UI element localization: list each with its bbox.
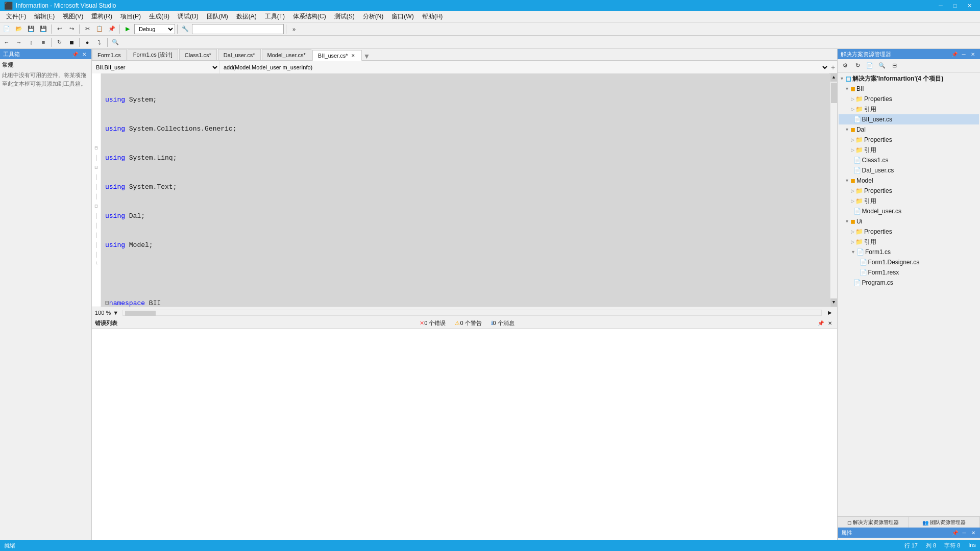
tree-item-ui-refs[interactable]: ▷ 📁 引用 [839, 237, 979, 247]
maximize-button[interactable]: □ [948, 1, 962, 10]
tree-item-dal-user-cs[interactable]: 📄 Dal_user.cs [839, 165, 979, 176]
menu-architecture[interactable]: 体系结构(C) [289, 11, 330, 22]
scroll-thumb[interactable] [831, 83, 837, 103]
error-tab-warnings[interactable]: ⚠ 0 个警告 [451, 319, 485, 328]
error-tab-errors[interactable]: ✕ 0 个错误 [416, 319, 449, 328]
breadcrumb-method-select[interactable]: add(Model.Model_user m_userInfo) [219, 61, 829, 73]
tree-item-ui-properties[interactable]: ▷ 📁 Properties [839, 227, 979, 237]
tab-class1[interactable]: Class1.cs* [179, 49, 217, 60]
editor-scrollbar[interactable]: ▲ ▼ [830, 73, 837, 307]
error-panel-pin-btn[interactable]: 📌 [817, 319, 825, 328]
sol-show-files-btn[interactable]: 📄 [864, 60, 875, 71]
toolbox-close-btn[interactable]: ✕ [80, 50, 88, 58]
tree-item-dal-refs[interactable]: ▷ 📁 引用 [839, 145, 979, 155]
sol-properties-btn[interactable]: ⚙ [840, 60, 851, 71]
close-button[interactable]: ✕ [963, 1, 976, 10]
tree-item-form1-designer[interactable]: 📄 Form1.Designer.cs [839, 257, 979, 267]
menu-team[interactable]: 团队(M) [203, 11, 232, 22]
tree-item-bii[interactable]: ▼ ◼ BII [839, 84, 979, 94]
tree-item-dal[interactable]: ▼ ◼ Dal [839, 124, 979, 135]
sol-tab-team-explorer[interactable]: 👥 团队资源管理器 [909, 517, 981, 528]
sol-close-btn[interactable]: ✕ [969, 50, 977, 58]
tab-bii-user[interactable]: BII_user.cs* ✕ [312, 50, 362, 61]
h-scroll-thumb[interactable] [125, 311, 156, 316]
tree-item-class1-cs[interactable]: 📄 Class1.cs [839, 155, 979, 165]
stop-btn[interactable]: ⏹ [66, 37, 77, 48]
menu-analyze[interactable]: 分析(N) [359, 11, 388, 22]
menu-test[interactable]: 测试(S) [330, 11, 359, 22]
menu-tools[interactable]: 工具(T) [261, 11, 289, 22]
error-tab-messages[interactable]: ℹ 0 个消息 [487, 319, 518, 328]
tab-form1cs-design[interactable]: Form1.cs [设计] [128, 49, 178, 60]
step-over-btn[interactable]: ⤵ [94, 37, 105, 48]
start-btn[interactable]: ▶ [122, 23, 133, 35]
expand-editor-btn[interactable]: + [829, 63, 837, 71]
new-project-btn[interactable]: 📄 [1, 23, 12, 35]
h-scroll-track[interactable] [122, 310, 822, 316]
code-editor[interactable]: using System; using System.Collections.G… [101, 73, 830, 307]
sol-pin-btn[interactable]: 📌 [950, 50, 959, 58]
quick-search-input[interactable] [192, 24, 284, 34]
tree-item-form1-resx[interactable]: 📄 Form1.resx [839, 267, 979, 278]
tree-item-model-properties[interactable]: ▷ 📁 Properties [839, 186, 979, 196]
back-btn[interactable]: ← [1, 37, 12, 48]
save-btn[interactable]: 💾 [26, 23, 37, 35]
open-btn[interactable]: 📂 [13, 23, 24, 35]
props-minimize-btn[interactable]: ─ [960, 529, 968, 537]
find-btn[interactable]: 🔍 [110, 37, 121, 48]
solution-config-btn[interactable]: 🔧 [180, 23, 191, 35]
menu-data[interactable]: 数据(A) [232, 11, 261, 22]
scroll-down-btn[interactable]: ▼ [830, 298, 837, 307]
paste-btn[interactable]: 📌 [106, 23, 117, 35]
menu-file[interactable]: 文件(F) [2, 11, 30, 22]
tree-item-dal-properties[interactable]: ▷ 📁 Properties [839, 135, 979, 145]
props-pin-btn[interactable]: 📌 [951, 529, 959, 537]
tree-item-bii-refs[interactable]: ▷ 📁 引用 [839, 104, 979, 114]
tree-item-model[interactable]: ▼ ◼ Model [839, 176, 979, 186]
sol-collapse-btn[interactable]: ⊟ [889, 60, 900, 71]
refresh-btn[interactable]: ↻ [54, 37, 65, 48]
h-scroll-right-btn[interactable]: ▶ [826, 309, 834, 317]
more-btn[interactable]: » [288, 23, 300, 35]
menu-edit[interactable]: 编辑(E) [30, 11, 59, 22]
undo-btn[interactable]: ↩ [54, 23, 65, 35]
tree-item-bii-properties[interactable]: ▷ 📁 Properties [839, 94, 979, 104]
debug-config-select[interactable]: Debug [134, 24, 175, 34]
tab-form1cs[interactable]: Form1.cs [92, 49, 127, 60]
redo-btn[interactable]: ↪ [66, 23, 77, 35]
save-all-btn[interactable]: 💾 [38, 23, 49, 35]
props-close-btn[interactable]: ✕ [969, 529, 977, 537]
menu-build[interactable]: 生成(B) [145, 11, 174, 22]
tree-item-model-user-cs[interactable]: 📄 Model_user.cs [839, 206, 979, 216]
navigate-btn[interactable]: ↕ [26, 37, 37, 48]
breadcrumb-class-select[interactable]: BII.BII_user [92, 61, 219, 73]
tab-bii-user-close[interactable]: ✕ [350, 53, 356, 59]
menu-project[interactable]: 项目(P) [116, 11, 145, 22]
scroll-track[interactable] [830, 82, 837, 298]
sol-refresh-btn[interactable]: ↻ [852, 60, 863, 71]
menu-view[interactable]: 视图(V) [59, 11, 87, 22]
sol-tab-solution-explorer[interactable]: ◻ 解决方案资源管理器 [838, 517, 909, 528]
breakpoint-btn[interactable]: ● [82, 37, 93, 48]
sol-filter-btn[interactable]: 🔍 [876, 60, 888, 71]
menu-refactor[interactable]: 重构(R) [87, 11, 116, 22]
forward-btn[interactable]: → [13, 37, 24, 48]
scroll-up-btn[interactable]: ▲ [830, 73, 837, 82]
sort-btn[interactable]: ≡ [38, 37, 49, 48]
tree-item-solution[interactable]: ▼ ◻ 解决方案'Informartion'(4 个项目) [839, 73, 979, 84]
toolbox-pin-btn[interactable]: 📌 [71, 50, 79, 58]
tree-item-model-refs[interactable]: ▷ 📁 引用 [839, 196, 979, 206]
cut-btn[interactable]: ✂ [82, 23, 93, 35]
tree-item-bii-user-cs[interactable]: 📄 BII_user.cs [839, 114, 979, 124]
menu-help[interactable]: 帮助(H) [418, 11, 447, 22]
error-panel-close-btn[interactable]: ✕ [826, 319, 834, 328]
minimize-button[interactable]: ─ [934, 1, 947, 10]
tree-item-form1-cs[interactable]: ▼ 📄 Form1.cs [839, 247, 979, 257]
tree-item-program-cs[interactable]: 📄 Program.cs [839, 278, 979, 288]
tab-model-user[interactable]: Model_user.cs* [262, 49, 311, 60]
new-tab-btn[interactable]: ▼ [363, 52, 371, 60]
tree-item-ui[interactable]: ▼ ◼ Ui [839, 216, 979, 227]
copy-btn[interactable]: 📋 [94, 23, 105, 35]
menu-debug[interactable]: 调试(D) [174, 11, 203, 22]
menu-window[interactable]: 窗口(W) [387, 11, 418, 22]
